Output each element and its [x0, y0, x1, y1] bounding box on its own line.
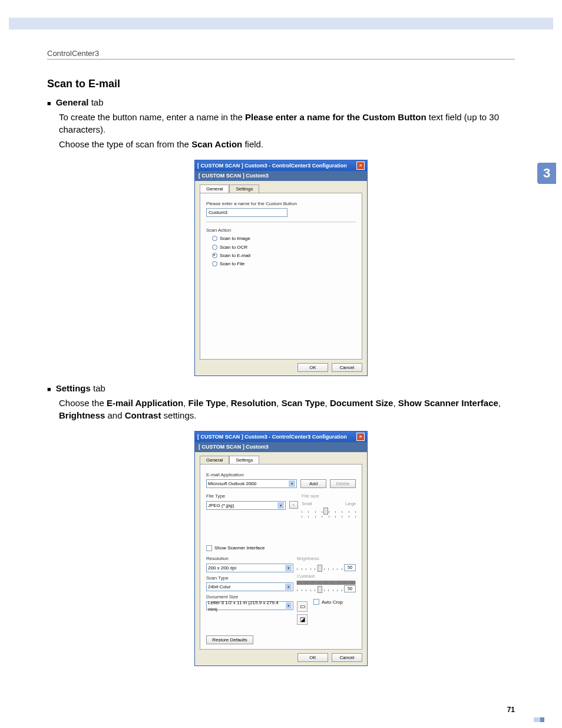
para2-post: field. [242, 139, 263, 149]
radio-scan-file[interactable]: Scan to File [212, 261, 356, 267]
header-rule [47, 59, 515, 60]
scan-type-value: 24bit Color [208, 584, 231, 590]
tab-general2[interactable]: General [200, 456, 229, 464]
file-type-label: File Type [206, 493, 298, 499]
chevron-down-icon: ▾ [277, 502, 284, 509]
slider-thumb[interactable] [318, 586, 322, 593]
resolution-value: 200 x 200 dpi [208, 565, 236, 571]
separator [206, 222, 356, 222]
dialog-titlebar: [ CUSTOM SCAN ] Custom3 - ControlCenter3… [195, 431, 367, 442]
header-text: ControlCenter3 [47, 48, 99, 59]
bullet-general-bold: General [56, 97, 89, 107]
name-label: Please enter a name for the Custom Butto… [206, 200, 356, 207]
document-size-combo[interactable]: Letter 8 1/2 x 11 in (215.9 x 279.4 mm) … [206, 601, 293, 610]
radio-icon [212, 245, 217, 250]
radio-scan-ocr[interactable]: Scan to OCR [212, 244, 356, 251]
delete-button: Delete [330, 479, 356, 488]
auto-crop-label: Auto Crop [322, 599, 343, 605]
scan-action-label: Scan Action [206, 227, 356, 233]
email-app-label: E-mail Application [206, 472, 356, 478]
para1: To create the button name, enter a name … [59, 111, 515, 136]
bullet-settings-bold: Settings [56, 383, 91, 393]
top-band [9, 18, 553, 29]
email-app-value: Microsoft Outlook 2000 [208, 480, 256, 487]
file-type-extra-button: ▪ [289, 501, 298, 509]
settings-panel: E-mail Application Microsoft Outlook 200… [200, 464, 362, 650]
scan-type-label: Scan Type [206, 575, 293, 581]
tab-settings[interactable]: Settings [229, 185, 259, 193]
add-button[interactable]: Add [300, 479, 326, 488]
para2: Choose the type of scan from the Scan Ac… [59, 138, 515, 150]
contrast-bar [297, 581, 356, 585]
large-label: Large [345, 501, 356, 507]
para1-bold: Please enter a name for the Custom Butto… [245, 112, 427, 122]
dialog-subtitle2: [ CUSTOM SCAN ] Custom3 [195, 442, 367, 452]
bullet-general: General tab [56, 96, 104, 108]
tab-general[interactable]: General [200, 185, 229, 193]
cancel-button2[interactable]: Cancel [332, 653, 362, 662]
para3-post: settings. [161, 410, 196, 420]
checkbox-icon[interactable] [206, 545, 212, 551]
dialog-general: [ CUSTOM SCAN ] Custom3 - ControlCenter3… [194, 160, 368, 376]
radio-icon-selected [212, 253, 217, 258]
radio-scan-image[interactable]: Scan to Image [212, 235, 356, 242]
brightness-label: Brightness [297, 555, 356, 562]
crop-icon[interactable]: ▭ [297, 601, 308, 612]
bullet-icon: ■ [47, 99, 51, 108]
dialog-titlebar: [ CUSTOM SCAN ] Custom3 - ControlCenter3… [195, 160, 367, 171]
resolution-label: Resolution [206, 555, 293, 562]
chevron-down-icon: ▾ [285, 584, 292, 590]
para3-b3: Resolution [231, 398, 277, 408]
bullet-general-tab: tab [89, 97, 104, 107]
close-icon[interactable]: × [356, 433, 365, 441]
name-input[interactable]: Custom3 [206, 208, 287, 217]
ok-button2[interactable]: OK [297, 653, 328, 662]
preview-icon[interactable]: ◪ [297, 614, 308, 625]
chevron-down-icon: ▾ [286, 602, 292, 609]
filesize-slider[interactable] [302, 509, 356, 512]
file-size-label: File size [302, 493, 356, 499]
para2-bold: Scan Action [191, 139, 242, 149]
chevron-down-icon: ▾ [285, 565, 292, 571]
file-type-value: JPEG (*.jpg) [208, 502, 234, 509]
ok-button[interactable]: OK [297, 363, 328, 372]
radio-label-ocr: Scan to OCR [220, 244, 247, 251]
brightness-slider[interactable] [297, 566, 342, 569]
dialog-title-text2: [ CUSTOM SCAN ] Custom3 - ControlCenter3… [197, 433, 347, 441]
bullet-settings-tab: tab [91, 383, 105, 393]
brightness-value[interactable]: 50 [344, 564, 356, 571]
scan-type-combo[interactable]: 24bit Color ▾ [206, 582, 293, 591]
dialog-subtitle: [ CUSTOM SCAN ] Custom3 [195, 171, 367, 181]
side-chapter-tab: 3 [537, 163, 556, 184]
para3-b8: Contrast [125, 410, 161, 420]
contrast-label: Contrast [297, 573, 356, 579]
para3-b2: File Type [189, 398, 226, 408]
radio-label-email: Scan to E-mail [220, 252, 250, 259]
general-panel: Please enter a name for the Custom Butto… [200, 193, 362, 360]
footer-mark [534, 717, 544, 722]
checkbox-icon[interactable] [313, 599, 319, 605]
show-scanner-label: Show Scanner Interface [214, 545, 265, 551]
file-type-combo[interactable]: JPEG (*.jpg) ▾ [206, 501, 286, 510]
para3-b7: Brightness [59, 410, 105, 420]
email-app-combo[interactable]: Microsoft Outlook 2000 ▾ [206, 479, 297, 488]
bullet-icon: ■ [47, 385, 51, 394]
dialog-settings: [ CUSTOM SCAN ] Custom3 - ControlCenter3… [194, 431, 368, 666]
close-icon[interactable]: × [356, 162, 365, 170]
cancel-button[interactable]: Cancel [332, 363, 362, 372]
dialog-title-text: [ CUSTOM SCAN ] Custom3 - ControlCenter3… [197, 162, 347, 170]
contrast-value[interactable]: 50 [344, 585, 356, 592]
radio-icon [212, 261, 217, 266]
tab-settings2[interactable]: Settings [229, 456, 259, 464]
para2-pre: Choose the type of scan from the [59, 139, 191, 149]
resolution-combo[interactable]: 200 x 200 dpi ▾ [206, 564, 293, 572]
small-label: Small [302, 501, 312, 507]
bullet-settings: Settings tab [56, 382, 105, 394]
radio-scan-email[interactable]: Scan to E-mail [212, 252, 356, 259]
para3-b5: Document Size [330, 398, 394, 408]
slider-thumb[interactable] [318, 565, 322, 572]
radio-label-file: Scan to File [220, 261, 244, 267]
restore-defaults-button[interactable]: Restore Defaults [206, 635, 253, 644]
contrast-slider[interactable] [297, 587, 342, 591]
radio-label-image: Scan to Image [220, 235, 250, 242]
